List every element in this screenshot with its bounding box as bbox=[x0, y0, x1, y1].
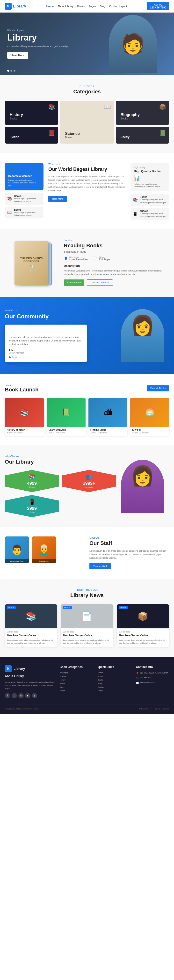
email-text: info@library.com bbox=[140, 681, 155, 684]
footer-link-contact[interactable]: Contact bbox=[97, 686, 131, 688]
reading-popular-label: Popular bbox=[64, 239, 169, 242]
linkedin-icon[interactable]: in bbox=[18, 693, 24, 698]
navbar-logo[interactable]: M Library bbox=[5, 3, 26, 10]
news-badge-3: NEW IN bbox=[119, 606, 128, 609]
about-read-more-button[interactable]: Read More bbox=[48, 196, 67, 202]
footer-cat-fiction[interactable]: Fiction bbox=[60, 682, 93, 685]
small-card-1-desc: Nullam eget vulputate arcu. Pellentesque… bbox=[14, 197, 41, 203]
book-card-1[interactable]: 📚 History of Moon Author - Subauthor bbox=[5, 398, 44, 436]
member-card: 👤 Become a Member Nullam eget vulputate … bbox=[5, 163, 43, 190]
footer-contact-title: Contact Info bbox=[136, 665, 169, 669]
youtube-icon[interactable]: ▶ bbox=[25, 693, 30, 698]
footer-link-pages[interactable]: Pages bbox=[97, 690, 131, 692]
book-launch-titles: Latest Book Launch bbox=[5, 384, 38, 393]
nav-home[interactable]: Home bbox=[46, 5, 54, 8]
view-all-books-button[interactable]: View all Books bbox=[147, 385, 169, 391]
community-section: Words From Our Community " Lorem ipsum d… bbox=[0, 297, 174, 374]
book-title-1: History of Moon bbox=[7, 429, 42, 431]
book-info-2: Learn with Alip Author - Subauthor bbox=[47, 426, 86, 436]
book-launch-title: Book Launch bbox=[5, 387, 38, 393]
testimonial-dot-2[interactable] bbox=[12, 356, 14, 358]
terms-link[interactable]: Terms of Service bbox=[155, 708, 169, 710]
privacy-policy-link[interactable]: Privacy Policy bbox=[139, 708, 152, 710]
email-icon: ✉️ bbox=[136, 681, 139, 684]
footer-link-books[interactable]: Books bbox=[97, 679, 131, 681]
nav-pages[interactable]: Pages bbox=[88, 5, 96, 8]
news-title: Library News bbox=[5, 592, 169, 598]
book-card-4[interactable]: 🌅 Sky Fall Author - Subauthor bbox=[130, 398, 169, 436]
view-staff-button[interactable]: View our Staff bbox=[89, 563, 111, 569]
footer-cat-blog[interactable]: Blog bbox=[60, 686, 93, 688]
categories-title: Categories bbox=[5, 89, 169, 95]
category-extra-2[interactable]: 📗 Poetry bbox=[116, 127, 169, 143]
small-card-2-desc: Nullam eget vulputate arcu. Pellentesque… bbox=[14, 211, 41, 216]
about-right-card: High quality High Quality Books 📊 Nullam… bbox=[131, 163, 169, 191]
testimonial-dot-1[interactable] bbox=[9, 356, 11, 358]
category-biography[interactable]: 📦 Biography Books bbox=[116, 101, 169, 125]
book-card-3[interactable]: 🏙 Finding Light Author - Subauthor bbox=[88, 398, 127, 436]
pages-icon: 📄 bbox=[93, 256, 97, 260]
footer-cat-history[interactable]: History bbox=[60, 679, 93, 681]
news-date-2: July 30 2020 bbox=[63, 631, 111, 633]
facebook-icon[interactable]: f bbox=[5, 693, 10, 698]
why-title: Our Library bbox=[5, 459, 116, 465]
news-card-2[interactable]: 📄 NEW IN July 30 2020 New Free Classes O… bbox=[61, 604, 113, 647]
why-right-panel: 👩 bbox=[121, 460, 169, 513]
book-info-3: Finding Light Author - Subauthor bbox=[88, 426, 127, 436]
science-book-icon: 📖 bbox=[104, 103, 111, 110]
category-extra-1[interactable]: 📕 Fiction bbox=[5, 127, 58, 143]
hero-dot-2[interactable] bbox=[10, 70, 12, 72]
footer-cat-pages[interactable]: Pages bbox=[60, 690, 93, 692]
testimonial-card: " Lorem ipsum dolor sit, consectetur adi… bbox=[5, 325, 87, 362]
book-card-2[interactable]: 📗 Learn with Alip Author - Subauthor bbox=[47, 398, 86, 436]
hero-dot-3[interactable] bbox=[14, 70, 16, 72]
about-right-label: High quality bbox=[134, 166, 166, 169]
reading-buttons: View the Book Download the Book bbox=[64, 280, 169, 286]
download-book-button[interactable]: Download the Book bbox=[87, 280, 113, 286]
footer-categories-col: Book Categories Biography Science Histor… bbox=[60, 665, 93, 698]
testimonial-dot-3[interactable] bbox=[15, 356, 17, 358]
news-img-icon-1: 📚 bbox=[26, 611, 37, 621]
why-label: Why Choose bbox=[5, 455, 116, 458]
news-image-2: 📄 NEW IN bbox=[61, 604, 113, 628]
footer-contact-col: Contact Info 📍 123 Main Street, New York… bbox=[136, 665, 169, 698]
footer-link-home[interactable]: Home bbox=[97, 671, 131, 674]
footer-link-blog[interactable]: Blog bbox=[97, 682, 131, 685]
nav-books[interactable]: Books bbox=[77, 5, 85, 8]
staff-name-1: Alexandria Doe bbox=[5, 559, 29, 563]
about-right-heading: High Quality Books bbox=[134, 170, 166, 173]
nav-about[interactable]: About Library bbox=[57, 5, 73, 8]
news-label: From the Blog bbox=[5, 589, 169, 591]
hero-dot-1[interactable] bbox=[7, 70, 9, 72]
nav-contact[interactable]: Contact Layout bbox=[109, 5, 127, 8]
footer-bottom: © Copyright 2020 | All Rights Reserved P… bbox=[5, 704, 169, 710]
staff-title: Our Staff bbox=[89, 540, 169, 546]
footer-logo-icon: M bbox=[5, 665, 11, 672]
news-text-1: Lorem ipsum dolor sit amet consectetur a… bbox=[7, 639, 55, 644]
category-science[interactable]: 📖 Science Books bbox=[60, 101, 113, 143]
footer-link-about[interactable]: About bbox=[97, 675, 131, 678]
about-section: 👤 Become a Member Nullam eget vulputate … bbox=[0, 153, 174, 229]
navbar-contact[interactable]: Call Us 123 456 7890 bbox=[147, 2, 169, 10]
category-history[interactable]: 📚 History Books bbox=[5, 101, 58, 125]
news-card-3[interactable]: 📦 NEW IN July 30 2020 New Free Classes O… bbox=[117, 604, 169, 647]
twitter-icon[interactable]: t bbox=[11, 693, 17, 698]
categories-grid: 📚 History Books 📖 Science Books 📦 Biogra… bbox=[5, 101, 169, 143]
hero-description: Explore about library service Provide bo… bbox=[7, 45, 68, 48]
reading-details: Popular Reading Books Smallhand in Huge … bbox=[64, 239, 169, 286]
instagram-icon[interactable]: ig bbox=[32, 693, 37, 698]
staff-person-2: 👨‍🦳 bbox=[32, 536, 56, 563]
hero-read-more-button[interactable]: Read More bbox=[7, 52, 28, 59]
footer-cat-science[interactable]: Science bbox=[60, 675, 93, 678]
member-icon: 👤 bbox=[8, 166, 40, 173]
footer-cat-biography[interactable]: Biography bbox=[60, 671, 93, 674]
news-img-icon-3: 📦 bbox=[137, 611, 148, 621]
news-image-3: 📦 NEW IN bbox=[117, 604, 169, 628]
news-card-1[interactable]: 📚 NEW IN July 30 2020 New Free Classes O… bbox=[5, 604, 57, 647]
book-cover-2: 📗 bbox=[47, 398, 86, 426]
footer-quicklinks-title: Quick Links bbox=[97, 665, 131, 669]
reading-subtitle: Smallhand in Huge bbox=[64, 250, 169, 253]
view-book-button[interactable]: View the Book bbox=[64, 280, 85, 286]
stat-ebooks: 📱 2999 eBooks bbox=[5, 495, 59, 517]
nav-blog[interactable]: Blog bbox=[100, 5, 105, 8]
